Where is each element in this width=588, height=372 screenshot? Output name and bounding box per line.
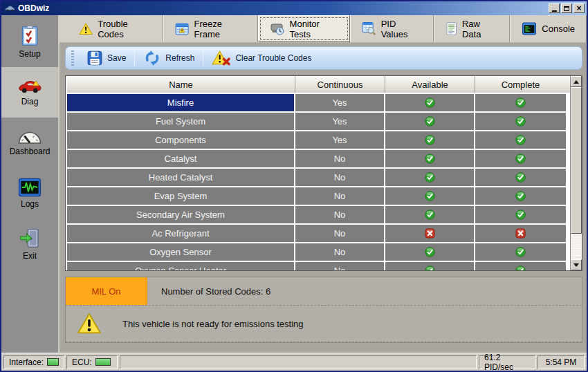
app-window: OBDwiz × Setup xyxy=(0,0,588,372)
cell-name: Catalyst xyxy=(67,150,294,167)
cell-available xyxy=(385,131,474,149)
cell-name: Oxygen Sensor xyxy=(67,243,294,261)
sidebar-item-label: Exit xyxy=(23,251,37,261)
table-row[interactable]: Oxygen Sensor No xyxy=(67,243,570,261)
clock-panel: 5:54 PM xyxy=(538,355,585,369)
sidebar-item-setup[interactable]: Setup xyxy=(1,17,58,67)
save-button[interactable]: Save xyxy=(78,48,134,68)
toolbar-grip[interactable] xyxy=(71,50,74,66)
table-row[interactable]: Components Yes xyxy=(67,131,570,149)
save-icon xyxy=(86,50,103,66)
window-title: OBDwiz xyxy=(18,3,547,13)
cell-continuous: Yes xyxy=(295,94,384,111)
exit-door-icon xyxy=(19,227,41,249)
scroll-up-button[interactable] xyxy=(571,76,582,87)
sidebar-item-logs[interactable]: Logs xyxy=(1,168,58,218)
logs-waveform-icon xyxy=(18,178,42,197)
cell-name: Components xyxy=(67,131,294,149)
pid-values-icon xyxy=(362,21,376,36)
cell-complete xyxy=(475,169,566,186)
tab-monitor-tests[interactable]: Monitor Tests xyxy=(258,15,351,42)
pass-check-icon xyxy=(515,247,526,257)
cell-available xyxy=(385,225,474,242)
cell-complete xyxy=(475,206,566,223)
tab-console[interactable]: Console xyxy=(510,15,587,42)
interface-label: Interface: xyxy=(9,357,44,367)
cell-available xyxy=(385,206,474,223)
pass-check-icon xyxy=(515,210,526,220)
tab-trouble-codes[interactable]: Trouble Codes xyxy=(68,15,163,42)
console-icon xyxy=(522,22,537,35)
scrollbar-track[interactable] xyxy=(571,234,582,259)
pass-check-icon xyxy=(425,266,435,270)
cell-continuous: No xyxy=(295,169,384,186)
table-row[interactable]: Evap System No xyxy=(67,187,570,205)
column-header-available[interactable]: Available xyxy=(385,76,475,93)
toolbar-button-label: Refresh xyxy=(165,53,194,63)
pass-check-icon xyxy=(425,154,435,164)
scroll-down-button[interactable] xyxy=(571,259,582,270)
table-row[interactable]: Fuel System Yes xyxy=(67,113,570,130)
tab-label: Console xyxy=(542,24,575,34)
cell-available xyxy=(385,243,474,261)
cell-available xyxy=(385,169,474,186)
pass-check-icon xyxy=(425,191,435,201)
monitor-tests-table: Name Continuous Available Complete Misfi… xyxy=(65,75,582,271)
cell-complete xyxy=(475,113,566,130)
sidebar-item-exit[interactable]: Exit xyxy=(1,218,58,269)
maximize-button[interactable] xyxy=(561,3,572,13)
tab-freeze-frame[interactable]: Freeze Frame xyxy=(163,15,257,42)
warning-triangle-icon xyxy=(79,22,93,36)
sidebar-item-diag[interactable]: Diag xyxy=(1,67,58,118)
sidebar-filler xyxy=(1,269,58,353)
refresh-icon xyxy=(143,49,161,67)
cell-continuous: Yes xyxy=(295,131,384,149)
dashboard-gauge-icon xyxy=(17,129,42,145)
pass-check-icon xyxy=(515,191,526,201)
close-button[interactable]: × xyxy=(573,3,585,13)
maximize-icon xyxy=(564,6,569,11)
toolbar: Save Refresh xyxy=(65,46,582,70)
titlebar: OBDwiz × xyxy=(1,1,587,15)
minimize-button[interactable] xyxy=(549,3,560,13)
pass-check-icon xyxy=(425,116,435,127)
tab-label: Freeze Frame xyxy=(194,19,246,39)
minimize-icon xyxy=(552,10,557,12)
readiness-warning-text: This vehicle is not ready for emissions … xyxy=(122,319,304,329)
refresh-button[interactable]: Refresh xyxy=(135,48,203,68)
cell-name: Ac Refrigerant xyxy=(67,225,294,242)
cell-continuous: No xyxy=(295,187,384,205)
table-row[interactable]: Ac Refrigerant No xyxy=(67,225,570,242)
table-row[interactable]: Secondary Air System No xyxy=(67,206,570,223)
sidebar-item-dashboard[interactable]: Dashboard xyxy=(1,118,58,168)
scroll-up-icon xyxy=(573,80,579,84)
column-header-complete[interactable]: Complete xyxy=(475,76,566,93)
interface-status-panel: Interface: xyxy=(3,355,64,369)
column-header-name[interactable]: Name xyxy=(67,76,295,93)
table-row[interactable]: Catalyst No xyxy=(67,150,570,167)
scrollbar-thumb[interactable] xyxy=(571,87,582,234)
table-row[interactable]: Oxygen Sensor Heater No xyxy=(67,262,570,270)
cell-continuous: No xyxy=(295,225,384,242)
cell-name: Secondary Air System xyxy=(67,206,294,223)
pass-check-icon xyxy=(425,247,435,257)
clear-trouble-codes-button[interactable]: Clear Trouble Codes xyxy=(203,48,320,68)
pass-check-icon xyxy=(515,266,526,270)
cell-continuous: Yes xyxy=(295,113,384,130)
ecu-status-panel: ECU: xyxy=(66,355,118,369)
column-header-continuous[interactable]: Continuous xyxy=(295,76,385,93)
table-grid: Name Continuous Available Complete Misfi… xyxy=(66,76,570,270)
pass-check-icon xyxy=(515,154,526,164)
cell-available xyxy=(385,262,474,270)
tab-raw-data[interactable]: Raw Data xyxy=(434,15,511,42)
vertical-scrollbar[interactable] xyxy=(570,76,582,270)
mil-status-badge: MIL On xyxy=(66,277,147,305)
toolbar-button-label: Clear Trouble Codes xyxy=(235,53,311,63)
tab-pid-values[interactable]: PID Values xyxy=(350,15,433,42)
sidebar-item-label: Dashboard xyxy=(10,147,50,156)
cell-name: Oxygen Sensor Heater xyxy=(67,262,294,270)
cell-name: Evap System xyxy=(67,187,294,205)
table-row[interactable]: Heated Catalyst No xyxy=(67,169,570,186)
pass-check-icon xyxy=(515,97,526,108)
table-row[interactable]: Misfire Yes xyxy=(67,94,570,111)
